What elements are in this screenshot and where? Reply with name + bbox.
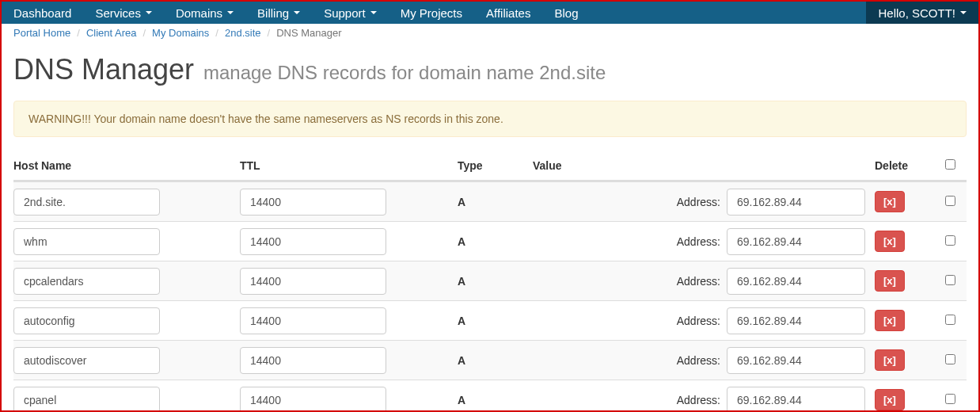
chevron-down-icon [370,11,377,14]
table-row: AAddress:[x] [13,300,967,340]
nav-item-blog[interactable]: Blog [542,2,590,24]
user-menu[interactable]: Hello, SCOTT! [866,2,978,24]
breadcrumb-active: DNS Manager [276,27,341,39]
nav-item-my-projects[interactable]: My Projects [389,2,474,24]
record-type: A [453,231,528,253]
address-label: Address: [677,394,720,406]
page-header: DNS Manager manage DNS records for domai… [2,45,978,101]
breadcrumb-separator: / [215,27,218,39]
record-type: A [453,310,528,332]
top-navbar: DashboardServicesDomainsBillingSupportMy… [2,2,978,24]
nav-item-label: Services [95,6,141,20]
table-row: AAddress:[x] [13,261,967,300]
delete-button[interactable]: [x] [875,191,905,212]
col-header-value: Value [528,154,870,177]
row-checkbox[interactable] [945,235,955,246]
breadcrumb-separator: / [77,27,80,39]
ttl-input[interactable] [240,189,386,216]
nav-item-label: Domains [176,6,222,20]
chevron-down-icon [146,11,152,14]
hostname-input[interactable] [13,268,160,295]
table-row: AAddress:[x] [13,380,967,412]
nav-item-billing[interactable]: Billing [245,2,312,24]
col-header-host: Host Name [13,154,235,177]
table-row: AAddress:[x] [13,221,967,261]
row-checkbox[interactable] [945,354,955,364]
row-checkbox[interactable] [945,275,955,285]
hostname-input[interactable] [13,387,160,413]
address-label: Address: [677,235,720,248]
ttl-input[interactable] [240,228,386,255]
table-row: AAddress:[x] [13,181,967,221]
address-input[interactable] [727,268,865,295]
nav-item-label: Support [324,6,366,20]
row-checkbox[interactable] [945,394,955,404]
warning-text: WARNING!!! Your domain name doesn't have… [28,113,503,125]
nav-item-label: My Projects [401,6,462,20]
user-menu-label: Hello, SCOTT! [878,6,955,20]
address-input[interactable] [727,189,865,216]
address-input[interactable] [727,307,865,334]
ttl-input[interactable] [240,268,386,295]
record-type: A [453,191,528,213]
breadcrumb-separator: / [268,27,271,39]
record-type: A [453,349,528,372]
hostname-input[interactable] [13,228,160,255]
address-label: Address: [677,275,720,288]
breadcrumb-link[interactable]: Portal Home [13,27,70,39]
ttl-input[interactable] [240,387,386,413]
col-header-delete: Delete [870,154,933,177]
delete-button[interactable]: [x] [875,349,905,371]
nav-item-dashboard[interactable]: Dashboard [2,2,83,24]
breadcrumb-link[interactable]: 2nd.site [225,27,261,39]
chevron-down-icon [227,11,234,14]
breadcrumb-link[interactable]: My Domains [152,27,209,39]
table-header-row: Host Name TTL Type Value Delete [13,151,967,181]
nav-item-domains[interactable]: Domains [164,2,245,24]
hostname-input[interactable] [13,347,160,374]
address-input[interactable] [727,228,865,255]
col-header-ttl: TTL [235,154,453,177]
hostname-input[interactable] [13,307,160,334]
address-label: Address: [677,315,720,327]
address-label: Address: [677,354,720,367]
breadcrumb-separator: / [142,27,146,39]
nav-item-label: Blog [554,6,578,20]
page-subtitle: manage DNS records for domain name 2nd.s… [203,62,606,83]
breadcrumb: Portal Home/Client Area/My Domains/2nd.s… [2,22,978,45]
address-input[interactable] [727,347,865,374]
address-label: Address: [677,196,720,208]
table-row: AAddress:[x] [13,340,967,380]
warning-alert: WARNING!!! Your domain name doesn't have… [13,101,967,137]
ttl-input[interactable] [240,307,386,334]
nav-item-label: Billing [257,6,289,20]
delete-button[interactable]: [x] [875,389,905,410]
nav-item-label: Dashboard [13,6,71,20]
delete-button[interactable]: [x] [875,270,905,292]
chevron-down-icon [294,11,300,14]
select-all-checkbox[interactable] [945,159,955,170]
hostname-input[interactable] [13,189,160,216]
delete-button[interactable]: [x] [875,231,905,252]
nav-item-services[interactable]: Services [83,2,164,24]
chevron-down-icon [960,11,967,14]
address-input[interactable] [727,387,865,413]
col-header-type: Type [453,154,528,177]
dns-records-table: Host Name TTL Type Value Delete AAddress… [2,151,978,412]
record-type: A [453,389,528,411]
breadcrumb-link[interactable]: Client Area [86,27,137,39]
nav-item-label: Affiliates [486,6,530,20]
ttl-input[interactable] [240,347,386,374]
col-header-checkbox [933,154,967,177]
delete-button[interactable]: [x] [875,310,905,331]
page-title: DNS Manager [13,53,194,86]
record-type: A [453,270,528,292]
row-checkbox[interactable] [945,196,955,206]
nav-item-support[interactable]: Support [312,2,389,24]
nav-item-affiliates[interactable]: Affiliates [474,2,542,24]
row-checkbox[interactable] [945,315,955,325]
